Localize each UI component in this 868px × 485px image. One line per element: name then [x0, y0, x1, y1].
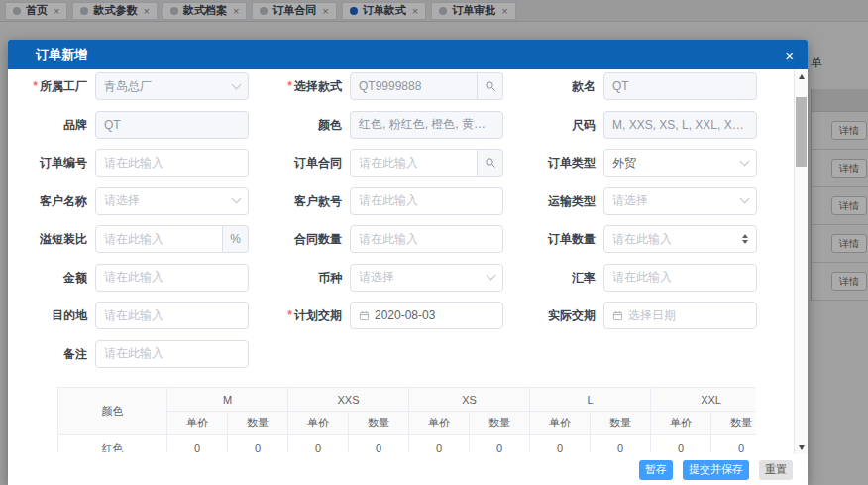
scroll-up-icon[interactable] [795, 69, 808, 83]
submit-and-save-button[interactable]: 提交并保存 [683, 460, 749, 480]
field-value: 2020-08-03 [375, 308, 435, 322]
value-cell[interactable]: 0 [711, 435, 756, 453]
value-cell[interactable]: 0 [288, 435, 349, 453]
field-金额[interactable]: 请在此输入 [95, 264, 249, 292]
value-cell[interactable]: 0 [591, 435, 651, 453]
save-draft-button[interactable]: 暂存 [639, 460, 673, 480]
search-button[interactable] [478, 72, 503, 100]
dialog-scrollbar[interactable] [794, 69, 808, 454]
form-row: 金额请在此输入币种请选择汇率请在此输入 [8, 264, 808, 303]
field-合同数量[interactable]: 请在此输入 [350, 225, 503, 253]
field-value: QT9999888 [359, 79, 421, 93]
chevron-down-icon [232, 79, 242, 89]
field-placeholder: 请在此输入 [612, 269, 672, 286]
field-label-合同数量: 合同数量 [249, 225, 350, 253]
field-选择款式[interactable]: QT9999888 [350, 72, 503, 100]
field-placeholder: 请选择 [359, 269, 394, 286]
field-placeholder: 请在此输入 [104, 155, 163, 172]
field-placeholder: 请在此输入 [359, 192, 418, 209]
field-placeholder: 请在此输入 [359, 231, 418, 248]
field-备注[interactable]: 请在此输入 [95, 340, 249, 368]
field-币种[interactable]: 请选择 [350, 264, 503, 292]
stepper-icon[interactable] [742, 234, 748, 244]
field-客户款号[interactable]: 请在此输入 [350, 187, 503, 215]
chevron-down-icon [740, 194, 750, 204]
field-汇率[interactable]: 请在此输入 [603, 264, 757, 292]
field-label-备注: 备注 [8, 340, 95, 368]
field-placeholder: 请在此输入 [104, 269, 163, 286]
scrollbar-thumb[interactable] [796, 97, 807, 167]
form-row: 订单编号请在此输入订单合同请在此输入订单类型外贸 [8, 149, 808, 187]
chevron-down-icon [487, 271, 496, 281]
calendar-icon [612, 310, 623, 321]
form-row: 溢短装比请在此输入%合同数量请在此输入订单数量请在此输入 [8, 225, 808, 264]
field-value: M, XXS, XS, L, XXL, XL, S [612, 118, 748, 132]
order-form: *所属工厂青岛总厂*选择款式QT9999888款名QT品牌QT颜色红色, 粉红色… [8, 72, 808, 378]
field-label-目的地: 目的地 [8, 302, 95, 329]
field-label-订单类型: 订单类型 [503, 149, 603, 177]
reset-button[interactable]: 重置 [759, 460, 793, 480]
field-label-运输类型: 运输类型 [503, 187, 603, 215]
value-cell[interactable]: 0 [167, 435, 228, 453]
field-label-品牌: 品牌 [8, 111, 95, 139]
field-placeholder: 选择日期 [628, 307, 676, 324]
subcol-header: 单价 [409, 412, 470, 435]
field-订单类型[interactable]: 外贸 [603, 149, 757, 177]
field-计划交期[interactable]: 2020-08-03 [350, 302, 503, 329]
subcol-header: 数量 [349, 412, 409, 435]
field-label-所属工厂: *所属工厂 [8, 72, 95, 100]
field-客户名称[interactable]: 请选择 [95, 187, 249, 215]
subcol-header: 单价 [651, 412, 711, 435]
field-运输类型[interactable]: 请选择 [603, 187, 757, 215]
field-目的地[interactable]: 请在此输入 [95, 302, 249, 329]
search-button[interactable] [478, 149, 503, 177]
field-label-客户名称: 客户名称 [8, 187, 95, 215]
scroll-down-icon[interactable] [795, 440, 808, 454]
size-header-XS: XS [409, 388, 530, 412]
form-row: *所属工厂青岛总厂*选择款式QT9999888款名QT [8, 72, 808, 111]
field-尺码[interactable]: M, XXS, XS, L, XXL, XL, S [603, 111, 757, 139]
value-cell[interactable]: 0 [349, 435, 409, 453]
form-row: 品牌QT颜色红色, 粉红色, 橙色, 黄色, 绿色尺码M, XXS, XS, L… [8, 111, 808, 150]
field-款名[interactable]: QT [603, 72, 757, 100]
field-实际交期[interactable]: 选择日期 [603, 302, 757, 329]
field-value: 外贸 [612, 155, 636, 172]
field-placeholder: 请选择 [104, 192, 140, 209]
size-price-table-wrap: 颜色MXXSXSLXXL单价数量单价数量单价数量单价数量单价数量红色000000… [57, 387, 756, 452]
required-mark: * [33, 79, 38, 93]
table-row: 红色0000000000 [58, 435, 757, 453]
row-color-cell: 红色 [58, 435, 167, 453]
field-placeholder: 请在此输入 [104, 345, 163, 362]
value-cell[interactable]: 0 [409, 435, 470, 453]
value-cell[interactable]: 0 [228, 435, 288, 453]
field-placeholder: 请在此输入 [359, 155, 418, 172]
required-mark: * [287, 79, 292, 93]
dialog-header: 订单新增 × [8, 40, 808, 69]
value-cell[interactable]: 0 [470, 435, 530, 453]
field-订单合同[interactable]: 请在此输入 [350, 149, 503, 177]
field-label-款名: 款名 [503, 72, 603, 100]
close-icon[interactable]: × [785, 48, 794, 62]
size-header-XXS: XXS [288, 388, 409, 412]
form-row: 备注请在此输入 [8, 340, 808, 379]
calendar-icon [359, 310, 370, 321]
field-订单数量[interactable]: 请在此输入 [603, 225, 757, 253]
field-订单编号[interactable]: 请在此输入 [95, 149, 249, 177]
size-header-L: L [530, 388, 651, 412]
field-颜色[interactable]: 红色, 粉红色, 橙色, 黄色, 绿色 [350, 111, 503, 139]
chevron-down-icon [232, 194, 242, 204]
field-label-颜色: 颜色 [249, 111, 350, 139]
form-row: 目的地请在此输入*计划交期2020-08-03实际交期选择日期 [8, 302, 808, 340]
form-row: 客户名称请选择客户款号请在此输入运输类型请选择 [8, 187, 808, 226]
field-品牌[interactable]: QT [95, 111, 249, 139]
value-cell[interactable]: 0 [530, 435, 591, 453]
value-cell[interactable]: 0 [651, 435, 711, 453]
field-placeholder: 请在此输入 [104, 307, 163, 324]
field-溢短装比[interactable]: 请在此输入% [95, 225, 249, 253]
subcol-header: 数量 [470, 412, 530, 435]
field-所属工厂[interactable]: 青岛总厂 [95, 72, 249, 100]
subcol-header: 数量 [228, 412, 288, 435]
percent-suffix: % [223, 225, 249, 253]
field-label-溢短装比: 溢短装比 [8, 225, 95, 253]
field-label-金额: 金额 [8, 264, 95, 292]
